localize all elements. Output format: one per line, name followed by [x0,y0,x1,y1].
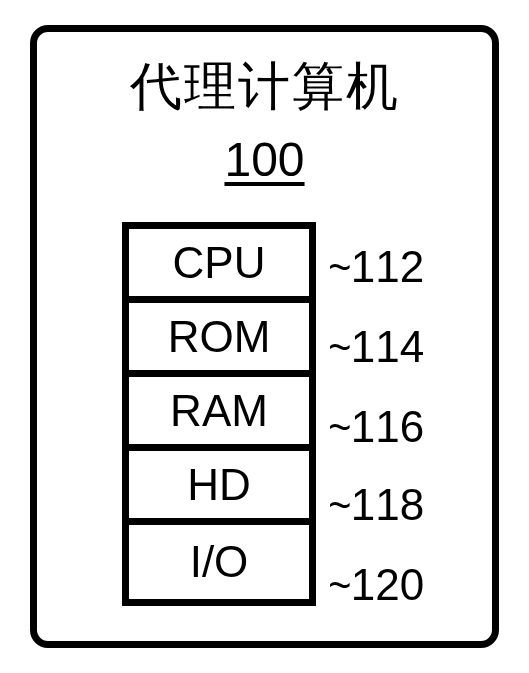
cell-label: I/O [190,537,249,587]
box-title: 代理计算机 [130,52,400,122]
cell-label: HD [187,460,251,510]
ref-label: ~120 [327,560,424,610]
table-row: CPU [129,229,309,303]
cell-label: CPU [173,238,266,288]
computer-box: 代理计算机 100 CPU ROM RAM HD I/O ~112 ~114 ~… [30,25,499,648]
ref-label: ~114 [327,322,424,372]
ref-label: ~116 [327,402,424,452]
table-row: I/O [129,525,309,599]
table-row: ROM [129,303,309,377]
ref-label: ~112 [327,242,424,292]
cell-label: ROM [168,312,271,362]
cell-label: RAM [170,386,268,436]
table-row: RAM [129,377,309,451]
box-number: 100 [224,132,304,187]
ref-label: ~118 [327,480,424,530]
table-row: HD [129,451,309,525]
component-table: CPU ROM RAM HD I/O [122,222,316,606]
